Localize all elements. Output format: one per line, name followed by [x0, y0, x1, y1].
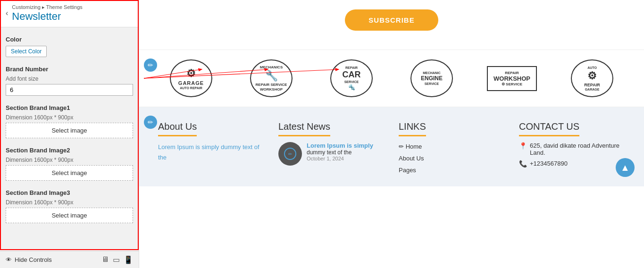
- back-button[interactable]: ‹: [6, 9, 8, 17]
- footer-col-news: Latest News ✏ Lorem Ipsum is simply dumm…: [278, 121, 385, 177]
- footer-about-text: Lorem Ipsum is simply dummy text of the: [158, 142, 264, 163]
- logo-engine: MECHANIC ENGINE SERVICE: [410, 59, 453, 97]
- footer-col-links: LINKS ✏ Home About Us Pages: [399, 121, 505, 177]
- panel-body: Color Select Color Brand Number Add font…: [0, 27, 139, 251]
- brand-logo-6: AUTO ⚙ REPAIR GARAGE: [566, 59, 618, 97]
- footer-links-content: ✏ Home About Us Pages: [399, 142, 505, 175]
- select-image3-button[interactable]: Select image: [6, 208, 133, 223]
- color-label: Color: [6, 36, 133, 43]
- footer-link-home[interactable]: ✏ Home: [399, 142, 505, 152]
- logo-auto-garage: AUTO ⚙ REPAIR GARAGE: [571, 59, 613, 97]
- footer-section: ✏ About Us Lorem Ipsum is simply dummy t…: [139, 107, 644, 186]
- brand-logo-3: REPAIR CAR SERVICE 🔩: [326, 59, 377, 97]
- view-icons: 🖥 ▭ 📱: [101, 255, 133, 264]
- subscribe-button[interactable]: SUBSCRIBE: [345, 9, 438, 31]
- brand-image1-dim: Dimension 1600px * 900px: [6, 114, 133, 121]
- location-icon: 📍: [519, 142, 527, 150]
- brand-image2-dim: Dimension 1600px * 900px: [6, 157, 133, 163]
- eye-icon: 👁: [6, 256, 12, 263]
- brand-logos-row: ⚙ GARAGE AUTO REPAIR MECHANICS 🔧 REPAIR …: [153, 59, 630, 97]
- news-title: Lorem Ipsum is simply: [307, 142, 373, 149]
- brand-image3-dim: Dimension 1600px * 900px: [6, 199, 133, 206]
- brand-image3-label: Section Brand Image3: [6, 189, 133, 196]
- news-content: Lorem Ipsum is simply dummy text of the …: [307, 142, 373, 166]
- breadcrumb: Customizing ▸ Theme Settings: [12, 4, 82, 10]
- contact-phone: +1234567890: [530, 160, 568, 167]
- desktop-view-icon[interactable]: 🖥: [101, 255, 109, 264]
- edit-footer-button[interactable]: ✏: [144, 116, 157, 129]
- select-image2-button[interactable]: Select image: [6, 165, 133, 181]
- header-texts: Customizing ▸ Theme Settings Newsletter: [12, 4, 82, 23]
- brand-number-label: Brand Number: [6, 66, 133, 73]
- logo-car: REPAIR CAR SERVICE 🔩: [330, 59, 373, 97]
- panel-footer: 👁 Hide Controls 🖥 ▭ 📱: [0, 251, 139, 268]
- logo-garage: ⚙ GARAGE AUTO REPAIR: [170, 59, 212, 97]
- brand-image2-label: Section Brand Image2: [6, 147, 133, 154]
- edit-brands-button[interactable]: ✏: [144, 59, 157, 72]
- contact-address-row: 📍 625, david dikate road Adventure Land.: [519, 142, 625, 156]
- brand-logo-2: MECHANICS 🔧 REPAIR SERVICE WORKSHOP: [245, 59, 297, 97]
- footer-about-title: About Us: [158, 121, 197, 136]
- customizer-panel: ‹ Customizing ▸ Theme Settings Newslette…: [0, 0, 139, 268]
- footer-col-about: About Us Lorem Ipsum is simply dummy tex…: [158, 121, 264, 177]
- font-size-input[interactable]: [6, 84, 133, 96]
- footer-col-contact: CONTACT US 📍 625, david dikate road Adve…: [519, 121, 625, 177]
- hide-controls-label: Hide Controls: [15, 256, 52, 263]
- font-size-label: Add font size: [6, 75, 133, 82]
- newsletter-section: SUBSCRIBE: [139, 0, 644, 50]
- news-item: ✏ Lorem Ipsum is simply dummy text of th…: [278, 142, 385, 166]
- hide-controls-button[interactable]: 👁 Hide Controls: [6, 256, 52, 263]
- select-color-button[interactable]: Select Color: [6, 46, 47, 57]
- phone-icon: 📞: [519, 160, 527, 168]
- tablet-view-icon[interactable]: ▭: [113, 255, 120, 264]
- preview-area: SUBSCRIBE ✏ ⚙ GARAGE AUTO REPAIR MECHANI…: [139, 0, 644, 268]
- logo-mechanics: MECHANICS 🔧 REPAIR SERVICE WORKSHOP: [250, 59, 293, 97]
- footer-contact-title: CONTACT US: [519, 121, 579, 136]
- contact-address: 625, david dikate road Adventure Land.: [530, 142, 625, 156]
- svg-text:✏: ✏: [288, 151, 293, 157]
- footer-links-title: LINKS: [399, 121, 426, 136]
- brand-logo-4: MECHANIC ENGINE SERVICE: [406, 59, 458, 97]
- news-date: October 1, 2024: [307, 156, 373, 161]
- panel-header: ‹ Customizing ▸ Theme Settings Newslette…: [0, 0, 139, 27]
- footer-news-title: Latest News: [278, 121, 330, 136]
- footer-columns: About Us Lorem Ipsum is simply dummy tex…: [158, 121, 625, 177]
- scroll-up-button[interactable]: ▲: [616, 158, 635, 177]
- brand-image1-label: Section Brand Image1: [6, 104, 133, 111]
- brand-logos-section: ✏ ⚙ GARAGE AUTO REPAIR MECHANICS 🔧 REPAI…: [139, 50, 644, 107]
- footer-link-pages[interactable]: Pages: [399, 166, 505, 176]
- contact-phone-row: 📞 +1234567890: [519, 160, 625, 168]
- footer-link-about[interactable]: About Us: [399, 154, 505, 164]
- logo-workshop: REPAIR WORKSHOP ⚙ SERVICE: [487, 66, 537, 91]
- link-icon: ✏: [399, 143, 406, 150]
- panel-title: Newsletter: [12, 10, 82, 23]
- mobile-view-icon[interactable]: 📱: [124, 255, 133, 264]
- brand-logo-1: ⚙ GARAGE AUTO REPAIR: [165, 59, 217, 97]
- news-thumbnail: ✏: [278, 142, 302, 166]
- select-image1-button[interactable]: Select image: [6, 123, 133, 138]
- brand-logo-5: REPAIR WORKSHOP ⚙ SERVICE: [486, 59, 538, 97]
- news-body: dummy text of the: [307, 149, 373, 156]
